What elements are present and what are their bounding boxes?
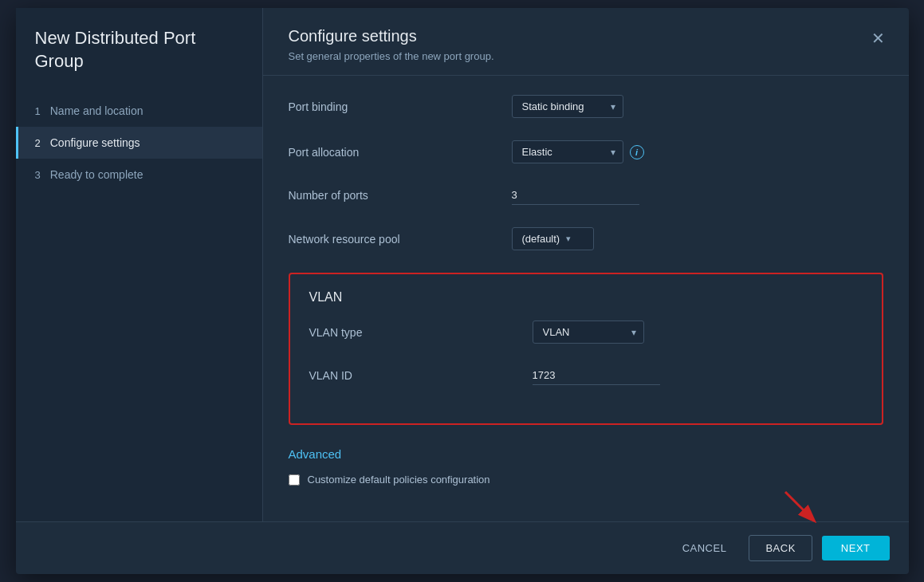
vlan-type-label: VLAN type [309, 326, 533, 339]
modal: New Distributed Port Group 1 Name and lo… [16, 8, 909, 574]
port-allocation-control: Elastic Fixed i [512, 140, 883, 163]
port-allocation-row: Port allocation Elastic Fixed i [289, 140, 883, 163]
cancel-button[interactable]: CANCEL [670, 536, 740, 560]
content-scroll: Port binding Static binding Dynamic bind… [263, 76, 909, 521]
vlan-section-title: VLAN [309, 290, 863, 305]
step-number-1: 1 [35, 105, 41, 117]
modal-footer: CANCEL BACK NEXT [16, 521, 909, 574]
next-button[interactable]: NEXT [822, 536, 890, 560]
advanced-section: Advanced Customize default policies conf… [289, 447, 883, 486]
vlan-section: VLAN VLAN type VLAN None VLAN trunking P… [289, 273, 883, 425]
customize-policies-label[interactable]: Customize default policies configuration [308, 474, 490, 486]
port-allocation-select-wrapper: Elastic Fixed [512, 140, 623, 163]
content-title: Configure settings [289, 27, 883, 45]
svg-line-1 [785, 492, 813, 520]
step-number-3: 3 [35, 169, 41, 181]
network-resource-pool-control: (default) [512, 227, 883, 250]
main-content: Configure settings Set general propertie… [263, 8, 909, 521]
close-button[interactable]: ✕ [867, 27, 890, 49]
number-of-ports-control [512, 186, 883, 205]
port-binding-select-wrapper: Static binding Dynamic binding Ephemeral [512, 95, 623, 118]
vlan-id-control [533, 366, 863, 385]
content-subtitle: Set general properties of the new port g… [289, 50, 883, 62]
sidebar-item-ready-to-complete[interactable]: 3 Ready to complete [16, 159, 262, 191]
number-of-ports-row: Number of ports [289, 186, 883, 205]
port-binding-label: Port binding [289, 100, 512, 113]
sidebar: New Distributed Port Group 1 Name and lo… [16, 8, 263, 521]
port-allocation-select[interactable]: Elastic Fixed [512, 140, 623, 163]
step-label-2: Configure settings [50, 136, 140, 149]
network-resource-pool-value: (default) [522, 233, 560, 245]
network-resource-pool-row: Network resource pool (default) [289, 227, 883, 250]
customize-policies-row: Customize default policies configuration [289, 474, 883, 486]
vlan-id-row: VLAN ID [309, 366, 863, 385]
vlan-type-row: VLAN type VLAN None VLAN trunking Privat… [309, 320, 863, 344]
vlan-type-select[interactable]: VLAN None VLAN trunking Private VLAN [533, 320, 644, 344]
customize-policies-checkbox[interactable] [289, 474, 300, 486]
modal-body: New Distributed Port Group 1 Name and lo… [16, 8, 909, 521]
vlan-id-input[interactable] [533, 366, 660, 385]
network-resource-pool-dropdown[interactable]: (default) [512, 227, 595, 250]
sidebar-title: New Distributed Port Group [16, 27, 262, 95]
vlan-type-select-wrapper: VLAN None VLAN trunking Private VLAN [533, 320, 644, 344]
step-label-1: Name and location [50, 104, 144, 117]
port-binding-row: Port binding Static binding Dynamic bind… [289, 95, 883, 118]
network-resource-pool-label: Network resource pool [289, 233, 512, 246]
back-button[interactable]: BACK [749, 535, 812, 561]
sidebar-item-name-location[interactable]: 1 Name and location [16, 95, 262, 127]
advanced-title: Advanced [289, 447, 883, 461]
step-number-2: 2 [35, 137, 41, 149]
port-binding-select[interactable]: Static binding Dynamic binding Ephemeral [512, 95, 623, 118]
sidebar-item-configure-settings[interactable]: 2 Configure settings [16, 127, 262, 159]
number-of-ports-label: Number of ports [289, 189, 512, 202]
vlan-id-label: VLAN ID [309, 369, 533, 382]
number-of-ports-input[interactable] [512, 186, 639, 205]
port-binding-control: Static binding Dynamic binding Ephemeral [512, 95, 883, 118]
port-allocation-info-icon[interactable]: i [630, 145, 644, 159]
vlan-type-control: VLAN None VLAN trunking Private VLAN [533, 320, 863, 344]
arrow-indicator [777, 488, 825, 528]
port-allocation-label: Port allocation [289, 146, 512, 159]
content-header: Configure settings Set general propertie… [263, 8, 909, 76]
step-label-3: Ready to complete [50, 168, 144, 181]
